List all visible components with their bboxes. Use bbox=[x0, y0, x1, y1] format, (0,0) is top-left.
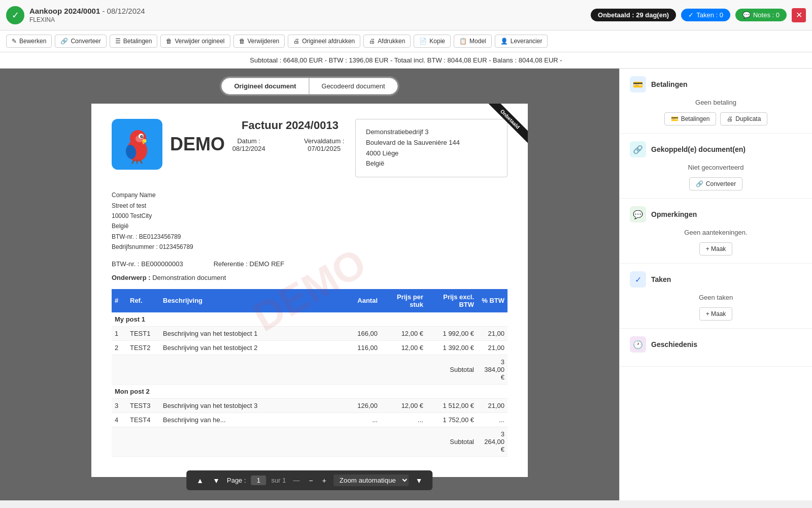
zoom-select[interactable]: Zoom automatique 50% 75% 100% 125% 150% bbox=[333, 474, 409, 486]
doc-meta: BTW-nr. : BE000000003 Referentie : DEMO … bbox=[112, 260, 507, 268]
convert-button[interactable]: 🔗 Converteer bbox=[55, 35, 106, 48]
tab-original-document[interactable]: Origineel document bbox=[221, 78, 309, 94]
page-nav-bar: ▲ ▼ Page : sur 1 — − + Zoom automatique … bbox=[186, 470, 432, 490]
from-company-nr: Bedrijfsnummer : 0123456789 bbox=[112, 242, 507, 252]
gekoppeld-empty: Niet geconverteerd bbox=[630, 164, 802, 171]
company-name: FLEXINA bbox=[29, 16, 586, 23]
close-button[interactable]: ✕ bbox=[792, 8, 806, 22]
toolbar: ✎ Bewerken 🔗 Converteer ☰ Betalingen 🗑 V… bbox=[0, 30, 812, 52]
delete-original-button[interactable]: 🗑 Verwijder origineel bbox=[160, 35, 230, 48]
gekoppeld-icon: 🔗 bbox=[630, 141, 646, 157]
opmerkingen-title: Opmerkingen bbox=[651, 210, 697, 218]
print-original-button[interactable]: 🖨 Origineel afdrukken bbox=[288, 35, 360, 48]
col-ref: Ref. bbox=[127, 289, 160, 312]
doc-company-name: DEMO bbox=[170, 134, 225, 155]
gekoppeld-converteer-button[interactable]: 🔗 Converteer bbox=[689, 177, 742, 190]
to-city: 4000 Liège bbox=[366, 148, 497, 159]
payments-button[interactable]: ☰ Betalingen bbox=[110, 35, 158, 48]
status-check-icon: ✓ bbox=[6, 6, 24, 24]
zoom-out-button[interactable]: − bbox=[307, 477, 315, 485]
group-header-row: My post 1 bbox=[112, 312, 507, 327]
from-vat: BTW-nr. : BE0123456789 bbox=[112, 232, 507, 242]
table-row: 3 TEST3 Beschrijving van het testobject … bbox=[112, 398, 507, 412]
sidebar-section-taken: ✓ Taken Geen taken + Maak bbox=[620, 264, 812, 329]
header-title-block: Aankoop 2024/0001 - 08/12/2024 FLEXINA bbox=[29, 7, 586, 23]
taken-title: Taken bbox=[651, 275, 671, 283]
col-price: Prijs per stuk bbox=[381, 289, 426, 312]
supplier-button[interactable]: 👤 Leverancier bbox=[495, 35, 548, 48]
doc-dates: Datum : 08/12/2024 Vervaldatum : 07/01/2… bbox=[225, 137, 355, 152]
date-label: Datum : 08/12/2024 bbox=[225, 137, 273, 152]
company-logo bbox=[112, 119, 162, 170]
page-label: Page : bbox=[227, 477, 246, 484]
print-icon: 🖨 bbox=[369, 38, 375, 45]
taken-maak-button[interactable]: + Maak bbox=[699, 307, 733, 321]
converteer-icon: 🔗 bbox=[696, 180, 703, 187]
from-street: Street of test bbox=[112, 201, 507, 211]
from-country: België bbox=[112, 221, 507, 231]
table-row: 4 TEST4 Beschrijving van he... ... ... 1… bbox=[112, 412, 507, 427]
table-row: 1 TEST1 Beschrijving van het testobject … bbox=[112, 326, 507, 340]
zoom-dropdown-button[interactable]: ▼ bbox=[414, 477, 425, 485]
edit-icon: ✎ bbox=[12, 38, 17, 45]
sidebar-section-geschiedenis: 🕐 Geschiedenis bbox=[620, 329, 812, 367]
document-paper: Onbetaald DEMO bbox=[91, 104, 528, 477]
stamp-wrapper: Onbetaald bbox=[482, 104, 528, 149]
summary-bar: Subtotaal : 6648,00 EUR - BTW : 1396,08 … bbox=[0, 52, 812, 69]
parrot-svg bbox=[117, 124, 157, 165]
doc-header: DEMO Factuur 2024/0013 Datum : 08/12/202… bbox=[112, 119, 507, 177]
to-name: Demonstratiebedrijf 3 bbox=[366, 127, 497, 138]
print-button[interactable]: 🖨 Afdrukken bbox=[363, 35, 411, 48]
group-header-row: Mon post 2 bbox=[112, 384, 507, 398]
betalingen-button[interactable]: 💳 Betalingen bbox=[664, 112, 717, 125]
opmerkingen-maak-button[interactable]: + Maak bbox=[699, 242, 733, 256]
page-up-button[interactable]: ▲ bbox=[194, 477, 206, 485]
header-bar: ✓ Aankoop 2024/0001 - 08/12/2024 FLEXINA… bbox=[0, 0, 812, 30]
copy-button[interactable]: 📄 Kopie bbox=[414, 35, 451, 48]
doc-from: Company Name Street of test 10000 TestCi… bbox=[112, 190, 507, 252]
unpaid-stamp: Onbetaald bbox=[484, 104, 528, 145]
sidebar-section-betalingen: 💳 Betalingen Geen betaling 💳 Betalingen … bbox=[620, 69, 812, 134]
right-sidebar: 💳 Betalingen Geen betaling 💳 Betalingen … bbox=[619, 69, 812, 500]
table-header-row: # Ref. Beschrijving Aantal Prijs per stu… bbox=[112, 289, 507, 312]
betalingen-btn-icon: 💳 bbox=[671, 115, 679, 122]
doc-subject-meta: Onderwerp : Demonstration document bbox=[112, 274, 507, 281]
model-icon: 📋 bbox=[459, 38, 467, 45]
page-down-button[interactable]: ▼ bbox=[211, 477, 222, 485]
col-num: # bbox=[112, 289, 127, 312]
from-company: Company Name bbox=[112, 190, 507, 200]
model-button[interactable]: 📋 Model bbox=[454, 35, 492, 48]
doc-ref-meta: Referentie : DEMO REF bbox=[214, 260, 284, 268]
document-area: Origineel document Gecodeerd document On… bbox=[0, 69, 619, 500]
subtotal-row: Subtotal 3 384,00 € bbox=[112, 355, 507, 384]
taken-icon: ✓ bbox=[630, 271, 646, 288]
task-icon: ✓ bbox=[688, 11, 694, 19]
payments-icon: ☰ bbox=[115, 38, 121, 45]
opmerkingen-empty: Geen aantekeningen. bbox=[630, 229, 802, 236]
delete-icon: 🗑 bbox=[239, 38, 245, 45]
duplicata-button[interactable]: 🖨 Duplicata bbox=[720, 112, 767, 125]
delete-button[interactable]: 🗑 Verwijderen bbox=[233, 35, 285, 48]
col-excl: Prijs excl. BTW bbox=[426, 289, 477, 312]
unpaid-badge: Onbetaald : 29 dag(en) bbox=[591, 9, 676, 21]
expiry-label: Vervaldatum : 07/01/2025 bbox=[293, 137, 355, 152]
col-qty: Aantal bbox=[345, 289, 381, 312]
from-postal: 10000 TestCity bbox=[112, 211, 507, 221]
doc-title-block: Factuur 2024/0013 Datum : 08/12/2024 Ver… bbox=[225, 119, 355, 152]
zoom-in-button[interactable]: + bbox=[320, 477, 328, 485]
header-main-title: Aankoop 2024/0001 - 08/12/2024 bbox=[29, 7, 586, 15]
col-desc: Beschrijving bbox=[160, 289, 345, 312]
invoice-number: Aankoop 2024/0001 bbox=[29, 7, 100, 15]
geschiedenis-icon: 🕐 bbox=[630, 336, 646, 353]
duplicata-icon: 🖨 bbox=[727, 115, 733, 122]
betalingen-icon: 💳 bbox=[630, 76, 646, 92]
page-total: sur 1 bbox=[272, 477, 286, 484]
print-original-icon: 🖨 bbox=[293, 38, 299, 45]
tab-encoded-document[interactable]: Gecodeerd document bbox=[309, 78, 398, 94]
convert-icon: 🔗 bbox=[60, 38, 68, 45]
edit-button[interactable]: ✎ Bewerken bbox=[6, 35, 52, 48]
invoice-table: # Ref. Beschrijving Aantal Prijs per stu… bbox=[112, 289, 507, 457]
betalingen-empty: Geen betaling bbox=[630, 99, 802, 106]
page-input[interactable] bbox=[251, 475, 266, 485]
doc-vat-meta: BTW-nr. : BE000000003 bbox=[112, 260, 183, 268]
